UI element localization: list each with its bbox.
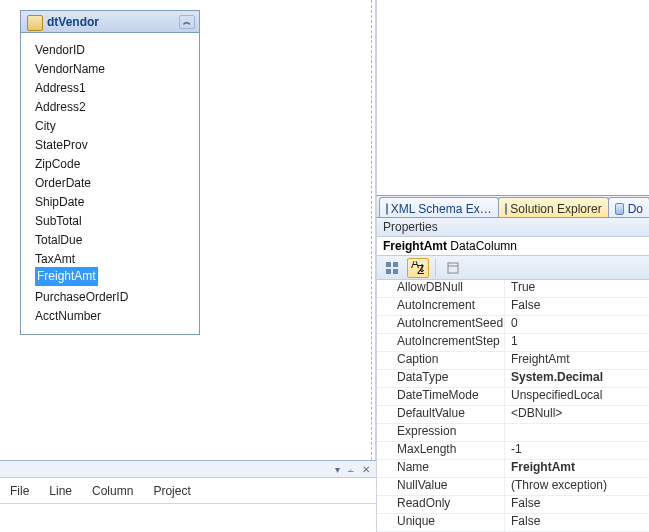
- property-row[interactable]: CaptionFreightAmt: [377, 352, 649, 370]
- properties-toolbar: AZ: [376, 256, 649, 280]
- property-value[interactable]: FreightAmt: [505, 352, 649, 369]
- datatable-title: dtVendor: [47, 15, 99, 29]
- properties-object-name: FreightAmt: [383, 239, 447, 253]
- collapse-chevron-icon[interactable]: ︽: [179, 15, 195, 29]
- property-name: Expression: [377, 424, 505, 441]
- property-row[interactable]: DataTypeSystem.Decimal: [377, 370, 649, 388]
- property-value[interactable]: -1: [505, 442, 649, 459]
- errorlist-panel: ⫠ ✕ File Line Column Project: [0, 460, 376, 532]
- categorized-view-button[interactable]: [381, 258, 403, 278]
- column-item[interactable]: AcctNumber: [21, 305, 199, 324]
- property-row[interactable]: AutoIncrementStep1: [377, 334, 649, 352]
- column-item[interactable]: FreightAmt: [21, 267, 199, 286]
- toolwindow-tab[interactable]: Solution Explorer: [498, 197, 609, 217]
- column-item[interactable]: VendorID: [21, 39, 199, 58]
- property-row[interactable]: AutoIncrementFalse: [377, 298, 649, 316]
- tab-label: Do: [628, 202, 643, 216]
- property-value[interactable]: System.Decimal: [505, 370, 649, 387]
- column-list: VendorIDVendorNameAddress1Address2CitySt…: [21, 33, 199, 334]
- property-name: AllowDBNull: [377, 280, 505, 297]
- property-value[interactable]: 1: [505, 334, 649, 351]
- svg-rect-1: [393, 262, 398, 267]
- property-name: DateTimeMode: [377, 388, 505, 405]
- properties-object-type: DataColumn: [450, 239, 517, 253]
- splitter-vertical[interactable]: [371, 0, 372, 460]
- properties-panel-title: Properties: [376, 218, 649, 237]
- column-item[interactable]: ZipCode: [21, 153, 199, 172]
- svg-rect-6: [448, 263, 458, 273]
- tab-icon: [386, 203, 387, 215]
- autohide-pin-icon[interactable]: ⫠: [346, 464, 356, 475]
- tab-label: Solution Explorer: [510, 202, 601, 216]
- properties-grid[interactable]: AllowDBNullTrueAutoIncrementFalseAutoInc…: [376, 280, 649, 532]
- errorlist-columns: File Line Column Project: [0, 478, 376, 504]
- property-name: NullValue: [377, 478, 505, 495]
- column-item[interactable]: PurchaseOrderID: [21, 286, 199, 305]
- col-project[interactable]: Project: [143, 484, 200, 498]
- property-name: AutoIncrementStep: [377, 334, 505, 351]
- property-row[interactable]: Expression: [377, 424, 649, 442]
- col-column[interactable]: Column: [82, 484, 143, 498]
- datatable-icon: [27, 15, 41, 29]
- property-value[interactable]: True: [505, 280, 649, 297]
- column-item[interactable]: City: [21, 115, 199, 134]
- property-row[interactable]: NullValue(Throw exception): [377, 478, 649, 496]
- toolwindow-tab[interactable]: Do: [608, 197, 649, 217]
- column-item[interactable]: Address2: [21, 96, 199, 115]
- property-value[interactable]: False: [505, 514, 649, 531]
- datatable-box[interactable]: dtVendor ︽ VendorIDVendorNameAddress1Add…: [20, 10, 200, 335]
- property-value[interactable]: 0: [505, 316, 649, 333]
- svg-rect-3: [393, 269, 398, 274]
- property-name: AutoIncrement: [377, 298, 505, 315]
- property-row[interactable]: AllowDBNullTrue: [377, 280, 649, 298]
- column-item[interactable]: OrderDate: [21, 172, 199, 191]
- property-row[interactable]: UniqueFalse: [377, 514, 649, 532]
- property-name: AutoIncrementSeed: [377, 316, 505, 333]
- toolwindow-tabs: XML Schema Ex…Solution ExplorerDo: [376, 196, 649, 218]
- tab-label: XML Schema Ex…: [391, 202, 492, 216]
- column-item[interactable]: SubTotal: [21, 210, 199, 229]
- property-row[interactable]: MaxLength-1: [377, 442, 649, 460]
- property-value[interactable]: UnspecifiedLocal: [505, 388, 649, 405]
- property-value[interactable]: <DBNull>: [505, 406, 649, 423]
- property-value[interactable]: (Throw exception): [505, 478, 649, 495]
- property-value[interactable]: [505, 424, 649, 441]
- property-pages-button[interactable]: [442, 258, 464, 278]
- property-name: DefaultValue: [377, 406, 505, 423]
- column-item[interactable]: VendorName: [21, 58, 199, 77]
- toolbar-separator: [435, 259, 436, 277]
- property-name: ReadOnly: [377, 496, 505, 513]
- property-row[interactable]: AutoIncrementSeed0: [377, 316, 649, 334]
- datatable-header[interactable]: dtVendor ︽: [21, 11, 199, 33]
- toolwindow-tab[interactable]: XML Schema Ex…: [379, 197, 499, 217]
- property-row[interactable]: ReadOnlyFalse: [377, 496, 649, 514]
- properties-object-selector[interactable]: FreightAmt DataColumn: [376, 237, 649, 256]
- column-item[interactable]: TotalDue: [21, 229, 199, 248]
- tab-icon: [505, 203, 507, 215]
- column-item[interactable]: ShipDate: [21, 191, 199, 210]
- col-line[interactable]: Line: [39, 484, 82, 498]
- designer-surface[interactable]: dtVendor ︽ VendorIDVendorNameAddress1Add…: [0, 0, 376, 460]
- column-item[interactable]: StateProv: [21, 134, 199, 153]
- property-row[interactable]: DefaultValue<DBNull>: [377, 406, 649, 424]
- window-position-icon[interactable]: [335, 464, 340, 475]
- svg-rect-2: [386, 269, 391, 274]
- svg-rect-0: [386, 262, 391, 267]
- property-value[interactable]: False: [505, 298, 649, 315]
- tab-icon: [615, 203, 624, 215]
- property-name: Name: [377, 460, 505, 477]
- column-item[interactable]: Address1: [21, 77, 199, 96]
- alphabetical-view-button[interactable]: AZ: [407, 258, 429, 278]
- property-value[interactable]: FreightAmt: [505, 460, 649, 477]
- panel-control-strip: ⫠ ✕: [0, 461, 376, 478]
- property-row[interactable]: DateTimeModeUnspecifiedLocal: [377, 388, 649, 406]
- col-file[interactable]: File: [0, 484, 39, 498]
- close-icon[interactable]: ✕: [362, 464, 370, 475]
- property-name: Unique: [377, 514, 505, 531]
- right-blank-area: [376, 0, 649, 196]
- property-row[interactable]: NameFreightAmt: [377, 460, 649, 478]
- column-item[interactable]: TaxAmt: [21, 248, 199, 267]
- property-name: DataType: [377, 370, 505, 387]
- property-value[interactable]: False: [505, 496, 649, 513]
- property-name: MaxLength: [377, 442, 505, 459]
